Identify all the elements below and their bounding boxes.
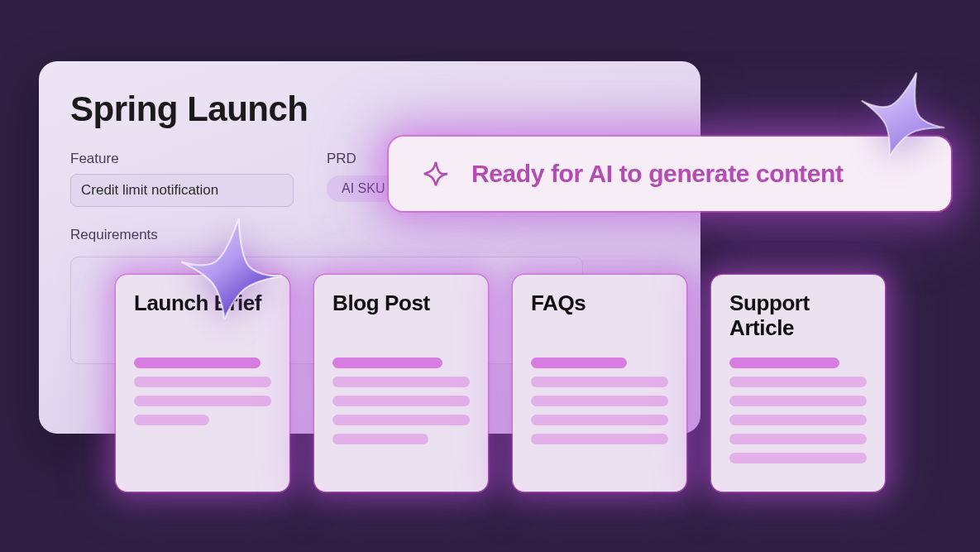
card-blog-post[interactable]: Blog Post [314, 275, 488, 492]
placeholder-line [531, 377, 668, 387]
placeholder-line [332, 377, 470, 387]
placeholder-line [531, 415, 668, 425]
placeholder-line [134, 415, 209, 425]
placeholder-line [332, 434, 428, 444]
feature-input[interactable]: Credit limit notification [70, 174, 294, 207]
placeholder-line [729, 415, 867, 425]
feature-value: Credit limit notification [81, 182, 218, 199]
requirements-label: Requirements [70, 227, 669, 243]
card-launch-brief[interactable]: Launch Brief [116, 275, 289, 492]
ai-generate-text: Ready for AI to generate content [471, 160, 844, 188]
feature-field-group: Feature Credit limit notification [70, 151, 294, 207]
placeholder-line [729, 434, 867, 444]
panel-title: Spring Launch [70, 89, 669, 129]
placeholder-line [134, 377, 271, 387]
placeholder-line [531, 396, 668, 406]
placeholder-line [729, 396, 867, 406]
card-title: FAQs [531, 291, 668, 343]
card-support-article[interactable]: Support Article [711, 275, 885, 492]
feature-label: Feature [70, 151, 294, 167]
placeholder-line [332, 415, 470, 425]
card-faqs[interactable]: FAQs [513, 275, 686, 492]
placeholder-line [531, 358, 627, 368]
placeholder-line [729, 453, 867, 463]
placeholder-line [332, 396, 470, 406]
placeholder-line [531, 434, 668, 444]
card-title: Support Article [729, 291, 867, 343]
placeholder-line [729, 377, 867, 387]
placeholder-line [729, 358, 839, 368]
placeholder-line [134, 358, 261, 368]
prd-value: AI SKU [342, 181, 385, 196]
card-title: Blog Post [332, 291, 470, 343]
placeholder-line [332, 358, 442, 368]
document-cards: Launch Brief Blog Post FAQs Support Arti… [116, 275, 885, 492]
ai-generate-bar[interactable]: Ready for AI to generate content [389, 137, 951, 211]
card-title: Launch Brief [134, 291, 271, 343]
placeholder-line [134, 396, 271, 406]
sparkle-icon [422, 160, 450, 188]
